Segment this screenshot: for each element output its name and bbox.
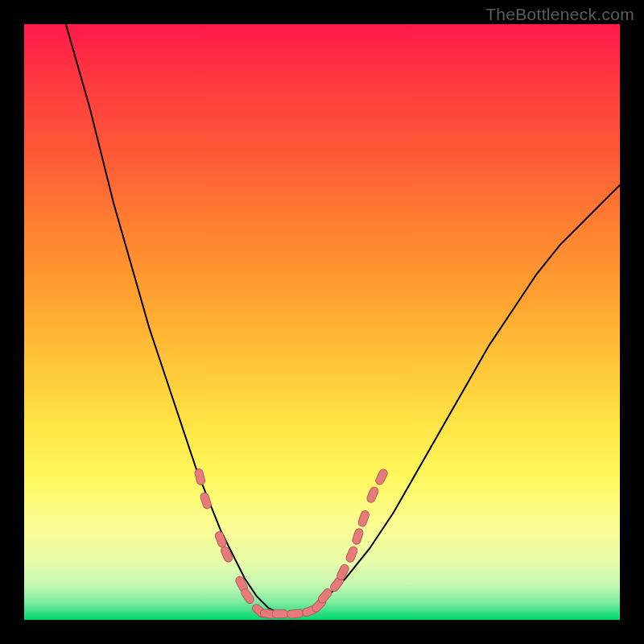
plot-area [24,24,620,620]
highlight-marker [365,485,379,503]
attribution-label: TheBottleneck.com [485,5,634,24]
highlight-marker [374,468,389,485]
highlight-marker [345,545,359,563]
highlight-marker [272,610,288,618]
highlight-marker [287,609,303,619]
highlight-markers [194,468,389,619]
highlight-marker [214,530,228,548]
highlight-marker [220,545,234,563]
highlight-marker [316,588,333,605]
highlight-marker [336,564,350,581]
curve-layer [24,24,620,620]
bottleneck-curve [66,24,620,614]
highlight-marker [351,527,364,545]
highlight-marker [357,510,370,527]
highlight-marker [200,492,213,510]
chart-frame: TheBottleneck.com [0,0,644,644]
highlight-marker [194,468,206,485]
